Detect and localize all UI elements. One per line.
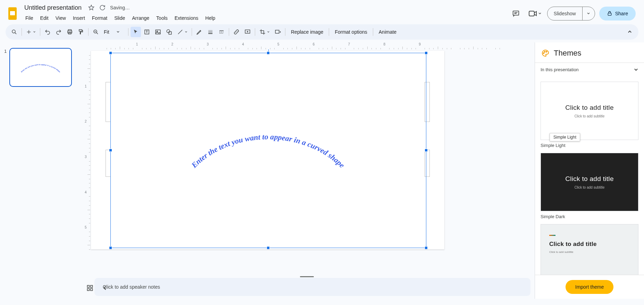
svg-rect-3 bbox=[513, 11, 519, 15]
new-slide-button[interactable] bbox=[24, 27, 38, 37]
slides-logo-icon[interactable] bbox=[6, 7, 19, 20]
filmstrip: 1 Enter the text you want to appear in a… bbox=[0, 42, 79, 299]
svg-rect-40 bbox=[91, 286, 93, 288]
svg-rect-37 bbox=[275, 30, 279, 33]
saving-status: Saving… bbox=[110, 5, 130, 10]
meet-button[interactable] bbox=[527, 10, 543, 17]
theme-option-simple-light[interactable]: Click to add title Click to add subtitle bbox=[541, 82, 638, 140]
resize-handle[interactable] bbox=[425, 246, 428, 249]
menu-tools[interactable]: Tools bbox=[153, 14, 171, 22]
select-tool-icon[interactable] bbox=[131, 27, 141, 37]
svg-rect-26 bbox=[169, 32, 172, 34]
zoom-out-icon[interactable] bbox=[91, 27, 101, 37]
undo-icon[interactable] bbox=[42, 27, 53, 37]
theme-option-simple-dark[interactable]: Click to add title Click to add subtitle bbox=[541, 153, 638, 211]
reset-image-icon[interactable] bbox=[273, 27, 283, 37]
import-theme-button[interactable]: Import theme bbox=[566, 280, 613, 294]
menu-edit[interactable]: Edit bbox=[37, 14, 52, 22]
paint-format-icon[interactable] bbox=[76, 27, 86, 37]
svg-rect-41 bbox=[87, 289, 90, 291]
theme-tooltip: Simple Light bbox=[550, 133, 580, 141]
chevron-down-icon bbox=[634, 67, 638, 72]
menu-help[interactable]: Help bbox=[202, 14, 218, 22]
resize-handle[interactable] bbox=[267, 51, 270, 55]
slide-thumbnail[interactable]: Enter the text you want to appear in a c… bbox=[9, 48, 72, 87]
shape-icon[interactable] bbox=[164, 27, 174, 37]
themes-panel: Themes In this presentation Click to add… bbox=[535, 42, 644, 299]
svg-rect-8 bbox=[608, 13, 611, 16]
menu-format[interactable]: Format bbox=[89, 14, 110, 22]
svg-text:Enter the text you want to app: Enter the text you want to appear in a c… bbox=[21, 64, 61, 73]
border-weight-icon[interactable] bbox=[205, 27, 216, 37]
toolbar-collapse-icon[interactable] bbox=[625, 27, 635, 37]
search-menus-icon[interactable] bbox=[9, 27, 19, 37]
redo-icon[interactable] bbox=[53, 27, 64, 37]
menu-extensions[interactable]: Extensions bbox=[172, 14, 201, 22]
slideshow-dropdown[interactable] bbox=[582, 7, 595, 20]
border-color-icon[interactable] bbox=[194, 27, 204, 37]
animate-button[interactable]: Animate bbox=[375, 28, 400, 36]
svg-rect-6 bbox=[529, 11, 534, 16]
explore-icon[interactable] bbox=[85, 283, 95, 293]
doc-title[interactable]: Untitled presentation bbox=[22, 3, 84, 12]
menu-bar: File Edit View Insert Format Slide Arran… bbox=[22, 13, 506, 24]
menu-file[interactable]: File bbox=[22, 14, 36, 22]
svg-line-10 bbox=[15, 33, 16, 34]
notes-resize-handle[interactable] bbox=[79, 275, 535, 278]
resize-handle[interactable] bbox=[109, 51, 112, 55]
palette-icon bbox=[541, 49, 550, 57]
panel-section-toggle[interactable]: In this presentation bbox=[535, 63, 644, 77]
resize-handle[interactable] bbox=[425, 149, 428, 152]
svg-line-19 bbox=[97, 33, 98, 34]
speaker-notes[interactable]: Click to add speaker notes bbox=[94, 278, 530, 296]
svg-point-25 bbox=[167, 30, 170, 33]
svg-rect-16 bbox=[79, 30, 82, 31]
textbox-icon[interactable] bbox=[142, 27, 152, 37]
image-icon[interactable] bbox=[153, 27, 163, 37]
panel-title: Themes bbox=[554, 49, 581, 58]
svg-rect-23 bbox=[156, 30, 160, 34]
crop-icon[interactable] bbox=[257, 27, 272, 37]
zoom-select[interactable]: Fit bbox=[102, 29, 126, 35]
svg-point-9 bbox=[12, 30, 15, 33]
format-options-button[interactable]: Format options bbox=[331, 28, 370, 36]
border-dash-icon[interactable] bbox=[216, 27, 227, 37]
svg-rect-39 bbox=[87, 286, 90, 288]
svg-marker-2 bbox=[89, 5, 94, 10]
svg-point-43 bbox=[543, 53, 544, 53]
selection-box[interactable] bbox=[110, 53, 426, 248]
svg-point-44 bbox=[544, 51, 545, 52]
toolbar: Fit Replace image Format options Animate bbox=[6, 24, 638, 40]
slide-canvas[interactable]: Enter the text you want to appear in a c… bbox=[91, 51, 444, 249]
share-button[interactable]: Share bbox=[599, 7, 636, 20]
resize-handle[interactable] bbox=[267, 246, 270, 249]
menu-arrange[interactable]: Arrange bbox=[129, 14, 152, 22]
svg-rect-42 bbox=[91, 289, 93, 291]
theme-label: Simple Light bbox=[541, 143, 638, 148]
horizontal-ruler: 123456789 bbox=[90, 42, 535, 49]
replace-image-button[interactable]: Replace image bbox=[287, 28, 327, 36]
filmstrip-collapse-icon[interactable] bbox=[100, 283, 110, 293]
resize-handle[interactable] bbox=[109, 149, 112, 152]
star-icon[interactable] bbox=[88, 4, 95, 11]
menu-insert[interactable]: Insert bbox=[70, 14, 88, 22]
comments-icon[interactable] bbox=[509, 7, 523, 20]
svg-point-45 bbox=[546, 51, 547, 52]
slide-number: 1 bbox=[4, 48, 7, 293]
theme-label: Simple Dark bbox=[541, 214, 638, 219]
print-icon[interactable] bbox=[65, 27, 75, 37]
resize-handle[interactable] bbox=[425, 51, 428, 55]
link-icon[interactable] bbox=[231, 27, 242, 37]
comment-icon[interactable] bbox=[242, 27, 253, 37]
menu-slide[interactable]: Slide bbox=[111, 14, 128, 22]
menu-view[interactable]: View bbox=[52, 14, 69, 22]
line-icon[interactable] bbox=[175, 27, 190, 37]
theme-option-streamline[interactable]: Click to add title Click to add subtitle bbox=[541, 224, 638, 275]
resize-handle[interactable] bbox=[109, 246, 112, 249]
slideshow-button[interactable]: Slideshow bbox=[547, 7, 595, 20]
svg-line-27 bbox=[178, 30, 182, 34]
svg-rect-1 bbox=[10, 11, 15, 15]
sync-icon bbox=[99, 4, 106, 11]
